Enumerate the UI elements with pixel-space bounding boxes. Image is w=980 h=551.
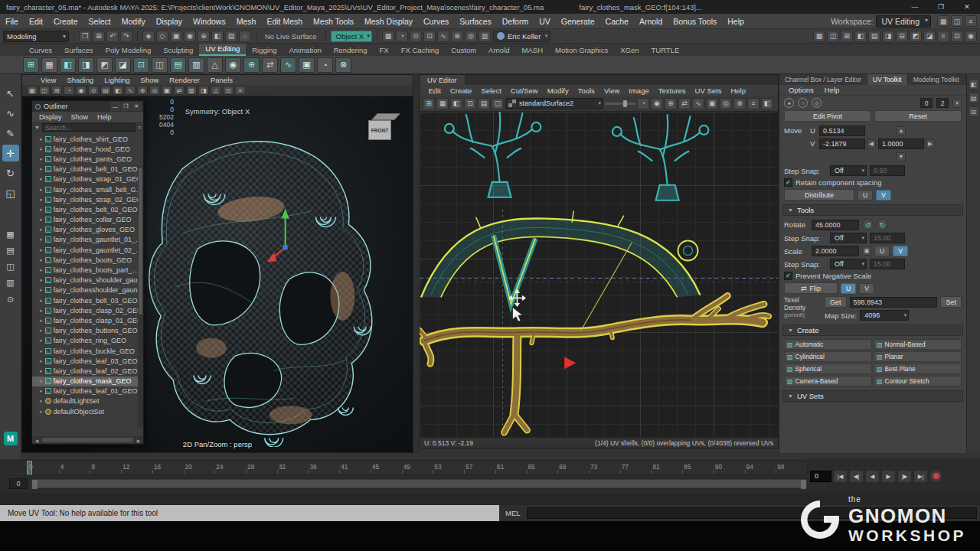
projection-button[interactable]: ▧Normal-Based	[874, 339, 962, 350]
outliner-item[interactable]: ▸fairy_clothes_boots_part_GEO	[32, 265, 143, 275]
shelf-tool-icon[interactable]: ▦	[41, 57, 57, 73]
shelf-tool-icon[interactable]: ▥	[188, 57, 204, 73]
expand-arrow-icon[interactable]: ▸	[40, 227, 43, 233]
viewport-toolbar-icon[interactable]: ◫	[39, 86, 50, 95]
distribute-v-toggle[interactable]: V	[876, 190, 891, 201]
retain-spacing-checkbox[interactable]: ✔	[784, 178, 792, 187]
render-toolbar-icon[interactable]: ▦	[382, 31, 394, 42]
flip-v-toggle[interactable]: V	[859, 283, 874, 294]
outliner-item[interactable]: ▸fairy_clothes_collar_GEO	[32, 215, 143, 225]
menu-item[interactable]: Cache	[600, 14, 634, 29]
symmetry-selector[interactable]: Object X	[331, 31, 372, 42]
outliner-item[interactable]: ▸fairy_clothes_gauntlet_02_GEO	[32, 245, 143, 255]
outliner-item[interactable]: ▸fairy_clothes_clasp_01_GEO	[32, 315, 143, 325]
rotate-step-snap-selector[interactable]: Off	[830, 233, 867, 243]
menu-mode-selector[interactable]: Modeling	[3, 31, 69, 42]
sidebar-toggle-icon[interactable]: ▤	[969, 93, 979, 103]
outliner-item[interactable]: ▸fairy_clothes_belt_02_GEO	[32, 204, 143, 214]
panel-toggle-icon[interactable]: ▤	[868, 31, 880, 42]
distribute-button[interactable]: Distribute	[784, 189, 854, 201]
shelf-tool-icon[interactable]: ⊕	[243, 57, 260, 73]
render-toolbar-icon[interactable]: ◎	[465, 31, 477, 42]
toolkit-menu-item[interactable]: Help	[820, 86, 844, 94]
viewport-toolbar-icon[interactable]: ⊞	[51, 86, 62, 95]
expand-arrow-icon[interactable]: ▸	[40, 337, 43, 344]
menu-item[interactable]: Surfaces	[454, 14, 496, 29]
projection-button[interactable]: ▧Planar	[874, 351, 962, 362]
move-v-field[interactable]: -2.1879	[819, 139, 865, 149]
reset-pivot-button[interactable]: Reset	[874, 110, 962, 122]
expand-arrow-icon[interactable]: ▸	[40, 308, 43, 314]
menu-item[interactable]: Mesh Tools	[308, 14, 359, 29]
pin-value-field[interactable]: 2	[936, 98, 949, 108]
expand-arrow-icon[interactable]: ▸	[40, 146, 43, 152]
shelf-tool-icon[interactable]: ⊡	[133, 57, 149, 73]
menu-item[interactable]: Windows	[188, 14, 231, 29]
viewport-toolbar-icon[interactable]: △	[211, 86, 221, 95]
viewport-toolbar-icon[interactable]: ≡	[235, 86, 246, 95]
outliner-item[interactable]: ▸fairy_clothes_belt_01_GEO	[32, 165, 143, 174]
snap-toolbar-icon[interactable]: ⌂	[239, 31, 251, 42]
shelf-tab[interactable]: TURTLE	[645, 45, 685, 56]
menu-item[interactable]: Edit Mesh	[261, 14, 308, 29]
scale-v-toggle[interactable]: V	[893, 246, 908, 256]
viewport-menu-item[interactable]: Lighting	[100, 76, 134, 84]
snap-toolbar-icon[interactable]: ◇	[156, 31, 168, 42]
panel-toggle-icon[interactable]: ◉	[965, 31, 977, 42]
minimize-icon[interactable]: —	[902, 0, 928, 14]
uv-display-toolbar-icon[interactable]: ∿	[692, 98, 704, 109]
shelf-tab[interactable]: XGen	[614, 45, 645, 56]
outliner-item[interactable]: ▸fairy_clothes_strap_01_GEO	[32, 174, 143, 184]
uv-canvas[interactable]	[420, 112, 778, 437]
expand-arrow-icon[interactable]: ▸	[40, 166, 43, 172]
render-toolbar-icon[interactable]: ◔	[396, 31, 408, 42]
panel-toggle-icon[interactable]: ⊡	[951, 31, 963, 42]
expand-arrow-icon[interactable]: ▸	[40, 409, 43, 415]
uv-toolbar-icon[interactable]: ◫	[492, 98, 504, 109]
uv-display-toolbar-icon[interactable]: ▣	[706, 98, 718, 109]
right-panel-tab[interactable]: UV Toolkit	[867, 74, 908, 85]
shelf-tab[interactable]: Motion Graphics	[549, 45, 614, 56]
uv-toolbar-icon[interactable]: ▤	[478, 98, 490, 109]
viewport-toolbar-icon[interactable]: ◨	[198, 86, 209, 95]
viewport-toolbar-icon[interactable]: ◧	[113, 86, 123, 95]
outliner-item[interactable]: ▸fairy_clothes_clasp_02_GEO	[32, 305, 143, 315]
expand-arrow-icon[interactable]: ▸	[40, 207, 43, 213]
expand-arrow-icon[interactable]: ▸	[40, 136, 43, 142]
viewport-toolbar-icon[interactable]: ▥	[186, 86, 197, 95]
view-cube-front-face[interactable]: FRONT	[368, 120, 391, 140]
go-to-end-button[interactable]: ▶|	[913, 470, 928, 483]
uv-sets-section-header[interactable]: ▼UV Sets	[782, 390, 963, 402]
playhead[interactable]	[27, 461, 32, 474]
layout-shortcut-icon[interactable]: ▤	[2, 243, 19, 257]
move-up-button[interactable]: ▲	[897, 126, 906, 135]
shelf-tab[interactable]: Surfaces	[58, 45, 100, 56]
range-start-handle[interactable]	[32, 480, 38, 489]
move-u-field[interactable]: 0.5134	[819, 126, 865, 136]
shelf-tab[interactable]: Poly Modeling	[100, 45, 158, 56]
viewport-toolbar-icon[interactable]: ◔	[64, 86, 74, 95]
uv-shell-arc[interactable]	[421, 211, 700, 305]
close-icon[interactable]: ✕	[954, 0, 980, 14]
panel-toggle-icon[interactable]: ◧	[854, 31, 867, 42]
uv-editor-menu-item[interactable]: Select	[477, 86, 505, 95]
uv-editor-menu-item[interactable]: View	[599, 86, 623, 95]
texel-set-button[interactable]: Set	[940, 296, 962, 308]
projection-button[interactable]: ▧Spherical	[784, 364, 872, 374]
menu-item[interactable]: Select	[83, 14, 116, 29]
menubar-icon[interactable]: ◫	[951, 15, 963, 27]
history-toolbar-icon[interactable]: ↷	[120, 31, 132, 42]
uv-toolbar-icon[interactable]: ▦	[436, 98, 449, 109]
shelf-tab[interactable]: Sculpting	[157, 45, 199, 56]
account-menu[interactable]: Eric Keller	[493, 31, 550, 42]
texel-get-button[interactable]: Get	[825, 296, 847, 308]
play-backward-button[interactable]: ◀	[865, 470, 880, 483]
toolkit-menu-item[interactable]: Options	[784, 86, 818, 94]
outliner-vertical-scrollbar[interactable]	[138, 166, 143, 428]
shelf-tool-icon[interactable]: ◉	[225, 57, 241, 73]
uv-display-toolbar-icon[interactable]: ⊕	[665, 98, 677, 109]
shelf-tool-icon[interactable]: ∿	[280, 57, 296, 73]
menu-item[interactable]: Mesh	[231, 14, 262, 29]
uv-display-toolbar-icon[interactable]: ◎	[720, 98, 732, 109]
panel-toggle-icon[interactable]: ▦	[813, 31, 825, 42]
